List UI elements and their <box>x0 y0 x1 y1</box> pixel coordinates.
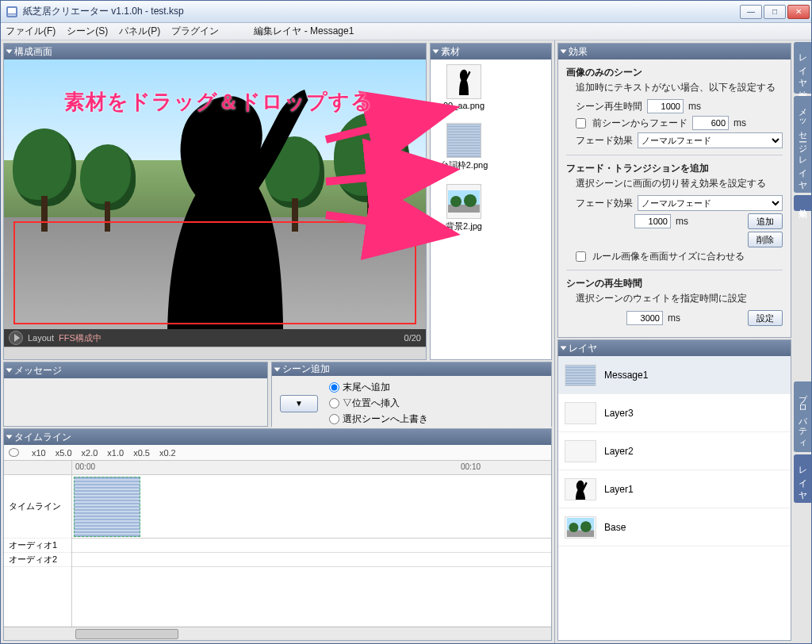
ms-label: ms <box>668 312 680 324</box>
scene-add-dropdown-button[interactable] <box>280 395 318 412</box>
timeline-tracks[interactable]: 00:00 00:10 <box>72 461 551 627</box>
transition-add-button[interactable]: 追加 <box>748 213 783 229</box>
layer-row[interactable]: Message1 <box>558 356 791 394</box>
play-button[interactable] <box>9 331 23 345</box>
close-button[interactable]: ✕ <box>787 5 810 19</box>
timeline-header[interactable]: タイムライン <box>4 429 551 445</box>
message-body[interactable] <box>4 378 267 426</box>
timeline-title: タイムライン <box>14 431 71 444</box>
effects-section1-desc: 追加時にテキストがない場合、以下を設定する <box>566 81 783 94</box>
transition-time-input[interactable] <box>634 214 671 228</box>
fade-prev-label: 前シーンからフェード <box>592 117 688 130</box>
collapse-icon <box>6 50 13 54</box>
zoom-x2[interactable]: x2.0 <box>82 448 98 458</box>
zoom-x1[interactable]: x1.0 <box>107 448 124 458</box>
menu-file[interactable]: ファイル(F) <box>6 25 56 38</box>
side-tab-property[interactable]: プロパティ <box>794 381 811 452</box>
svg-point-6 <box>464 194 477 207</box>
app-window: 紙芝居クリエーター v1.1.0h - test.ksp — □ ✕ ファイル(… <box>0 0 812 644</box>
layer-name: Base <box>604 522 626 533</box>
bubble-icon[interactable] <box>9 448 19 457</box>
layer-thumb-icon <box>565 364 596 386</box>
assets-panel: 素材 00_aa.png 台詞枠2.png <box>430 43 552 360</box>
rule-image-checkbox[interactable] <box>576 251 586 262</box>
annotation-arrow-icon <box>326 104 453 147</box>
ms-label: ms <box>733 117 746 128</box>
side-tab-layer-edit[interactable]: レイヤ編集 <box>794 42 811 94</box>
fade-prev-input[interactable] <box>692 116 729 130</box>
scene-time-input[interactable] <box>626 311 663 325</box>
side-tabs-upper: レイヤ編集 メッセージレイヤ 効果 <box>794 42 811 211</box>
side-tabs-lower: プロパティ レイヤ <box>794 381 811 503</box>
timeline-row-label: タイムライン <box>4 475 71 539</box>
minimize-button[interactable]: — <box>740 5 762 19</box>
timeline-ruler[interactable]: 00:00 00:10 <box>72 461 551 475</box>
scene-add-radio-append[interactable]: 末尾へ追加 <box>329 381 428 394</box>
ms-label: ms <box>676 216 688 227</box>
timeline-track[interactable] <box>72 475 551 539</box>
timeline-scrollbar[interactable] <box>4 627 551 640</box>
menu-plugin[interactable]: プラグイン <box>171 25 219 38</box>
timeline-clip[interactable] <box>74 477 140 537</box>
fade-prev-checkbox[interactable] <box>576 118 586 128</box>
zoom-x05[interactable]: x0.5 <box>133 448 150 458</box>
play-time-label: シーン再生時間 <box>576 100 642 113</box>
zoom-x10[interactable]: x10 <box>32 448 46 458</box>
layer-row[interactable]: Layer3 <box>558 394 791 432</box>
audio-track-2[interactable] <box>72 553 551 567</box>
edit-layer-label: 編集レイヤ - Message1 <box>254 25 354 38</box>
composition-header[interactable]: 構成画面 <box>4 44 426 59</box>
playbar-status: FFS構成中 <box>59 332 102 344</box>
zoom-x02[interactable]: x0.2 <box>159 448 176 458</box>
collapse-icon <box>433 50 439 54</box>
composition-view[interactable]: Layout FFS構成中 0/20 <box>4 59 426 347</box>
transition-delete-button[interactable]: 削除 <box>748 232 783 247</box>
effects-section1-title: 画像のみのシーン <box>566 67 642 78</box>
ruler-tick: 00:10 <box>461 462 481 471</box>
side-tab-effects[interactable]: 効果 <box>794 195 811 211</box>
assets-header[interactable]: 素材 <box>431 44 551 59</box>
menu-panel[interactable]: パネル(P) <box>119 25 160 38</box>
scene-add-panel: シーン追加 末尾へ追加 ▽位置へ挿入 選択シーンへ上書き <box>271 362 552 427</box>
layers-header[interactable]: レイヤ <box>558 340 791 356</box>
svg-line-12 <box>326 171 445 182</box>
menu-scene[interactable]: シーン(S) <box>67 25 108 38</box>
menubar: ファイル(F) シーン(S) パネル(P) プラグイン 編集レイヤ - Mess… <box>1 23 811 40</box>
side-tab-layer[interactable]: レイヤ <box>794 454 811 503</box>
svg-point-10 <box>580 521 592 532</box>
scene-add-title: シーン追加 <box>282 362 330 376</box>
effects-section2-desc: 選択シーンに画面の切り替え効果を設定する <box>566 177 783 190</box>
play-time-input[interactable] <box>647 99 684 113</box>
transition-effect-select[interactable]: ノーマルフェード <box>638 195 783 211</box>
zoom-x5[interactable]: x5.0 <box>56 448 72 458</box>
layer-thumb-icon <box>565 440 596 462</box>
collapse-icon <box>561 50 567 54</box>
annotation-arrow-icon <box>326 207 453 250</box>
message-header[interactable]: メッセージ <box>4 362 267 378</box>
timeline-toolbar: x10 x5.0 x2.0 x1.0 x0.5 x0.2 <box>4 445 551 461</box>
audio-track-1[interactable] <box>72 539 551 553</box>
layer-row[interactable]: Layer1 <box>558 470 791 508</box>
maximize-button[interactable]: □ <box>764 5 786 19</box>
scene-add-header[interactable]: シーン追加 <box>272 362 551 376</box>
playbar-layout-label: Layout <box>28 333 54 343</box>
effects-header[interactable]: 効果 <box>558 44 791 59</box>
audio1-row-label: オーディオ1 <box>4 539 71 553</box>
audio2-row-label: オーディオ2 <box>4 553 71 567</box>
scene-add-radio-overwrite[interactable]: 選択シーンへ上書き <box>329 412 428 426</box>
layer-name: Message1 <box>604 370 648 381</box>
playbar: Layout FFS構成中 0/20 <box>4 329 426 347</box>
fade-effect-select[interactable]: ノーマルフェード <box>638 132 783 148</box>
side-tab-message-layer[interactable]: メッセージレイヤ <box>794 96 811 193</box>
layer-row[interactable]: Layer2 <box>558 432 791 470</box>
layers-panel: レイヤ Message1 Layer3 Layer2 <box>557 339 791 641</box>
composition-scrollbar[interactable] <box>4 347 426 359</box>
layer-row[interactable]: Base <box>558 508 791 546</box>
radio-label: ▽位置へ挿入 <box>343 397 400 410</box>
effects-title: 効果 <box>569 45 588 59</box>
scene-add-radio-insert[interactable]: ▽位置へ挿入 <box>329 397 428 410</box>
annotation-arrow-icon <box>326 159 453 194</box>
assets-title: 素材 <box>441 45 460 59</box>
collapse-icon <box>274 367 281 371</box>
scene-time-set-button[interactable]: 設定 <box>748 310 783 326</box>
